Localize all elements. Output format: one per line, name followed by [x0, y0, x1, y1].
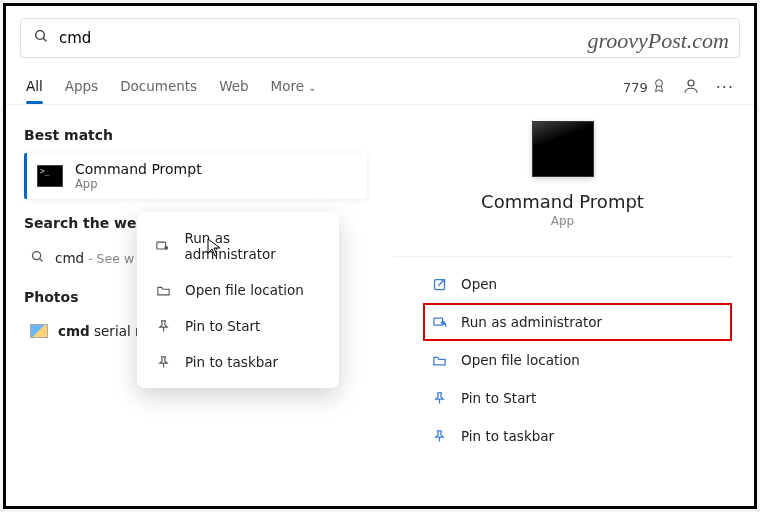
- chevron-down-icon: ⌄: [308, 82, 316, 93]
- svg-point-8: [441, 321, 445, 325]
- tab-apps[interactable]: Apps: [65, 70, 98, 104]
- search-icon: [30, 249, 45, 267]
- svg-line-1: [43, 38, 46, 41]
- account-icon[interactable]: [682, 77, 700, 98]
- tab-more[interactable]: More⌄: [271, 70, 317, 104]
- rewards-points[interactable]: 779: [623, 78, 666, 97]
- action-pin-taskbar[interactable]: Pin to taskbar: [423, 417, 732, 455]
- pin-icon: [155, 354, 171, 370]
- action-pin-start[interactable]: Pin to Start: [423, 379, 732, 417]
- folder-icon: [155, 282, 171, 298]
- command-prompt-icon: [37, 165, 63, 187]
- action-run-as-admin[interactable]: Run as administrator: [423, 303, 732, 341]
- tab-web[interactable]: Web: [219, 70, 248, 104]
- ctx-open-location[interactable]: Open file location: [141, 272, 335, 308]
- action-open-location[interactable]: Open file location: [423, 341, 732, 379]
- search-bar[interactable]: [20, 18, 740, 58]
- pin-icon: [431, 390, 447, 406]
- filter-tabs: All Apps Documents Web More⌄ 779 ···: [6, 66, 754, 105]
- detail-title: Command Prompt: [393, 191, 732, 212]
- ctx-pin-taskbar[interactable]: Pin to taskbar: [141, 344, 335, 380]
- action-open[interactable]: Open: [423, 265, 732, 303]
- section-best-match: Best match: [24, 127, 367, 143]
- tab-all[interactable]: All: [26, 70, 43, 104]
- best-match-title: Command Prompt: [75, 161, 202, 177]
- svg-point-4: [33, 252, 41, 260]
- svg-point-10: [165, 245, 169, 249]
- ctx-run-as-admin[interactable]: Run as administrator: [141, 220, 335, 272]
- photo-icon: [30, 324, 48, 338]
- open-icon: [431, 276, 447, 292]
- svg-point-3: [688, 80, 694, 86]
- detail-type: App: [393, 214, 732, 228]
- svg-point-0: [36, 31, 45, 40]
- search-input[interactable]: [59, 29, 727, 47]
- svg-line-5: [40, 259, 43, 262]
- search-icon: [33, 28, 49, 48]
- pin-icon: [155, 318, 171, 334]
- admin-icon: [431, 314, 447, 330]
- more-options-icon[interactable]: ···: [716, 78, 734, 97]
- ctx-pin-start[interactable]: Pin to Start: [141, 308, 335, 344]
- svg-rect-9: [157, 242, 166, 249]
- best-match-subtitle: App: [75, 177, 202, 191]
- app-large-icon: [532, 121, 594, 177]
- folder-icon: [431, 352, 447, 368]
- svg-point-2: [655, 79, 662, 86]
- medal-icon: [652, 78, 666, 97]
- pin-icon: [431, 428, 447, 444]
- tab-documents[interactable]: Documents: [120, 70, 197, 104]
- detail-pane: Command Prompt App Open Run as administr…: [371, 105, 754, 495]
- context-menu: Run as administrator Open file location …: [137, 212, 339, 388]
- best-match-item[interactable]: Command Prompt App: [24, 153, 367, 199]
- admin-icon: [155, 238, 170, 254]
